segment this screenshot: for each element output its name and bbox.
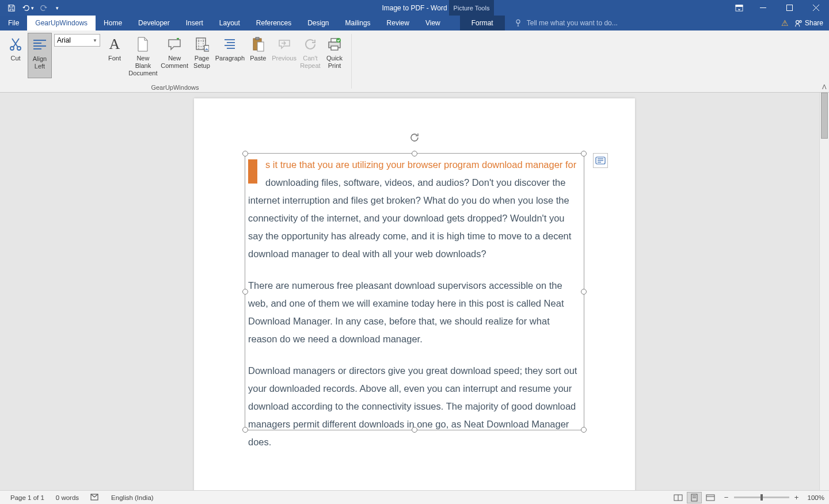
tab-references[interactable]: References [248,16,299,30]
ribbon-tabs: File GearUpWindows Home Developer Insert… [0,16,829,30]
font-name-value: Arial [57,36,71,44]
font-a-icon: A [109,34,120,55]
ribbon-separator [351,34,352,89]
clipboard-icon [251,34,265,55]
new-blank-document-button[interactable]: New BlankDocument [127,33,159,78]
repeat-button[interactable] [37,0,51,16]
page-setup-button[interactable]: PageSetup [189,33,214,78]
previous-comment-icon [277,34,291,55]
resize-handle-tm[interactable] [412,151,417,156]
paragraph-button[interactable]: Paragraph [214,33,246,78]
resize-handle-mr[interactable] [581,289,587,295]
svg-rect-26 [331,46,338,50]
chevron-down-icon: ▼ [93,38,97,43]
printer-icon [327,34,342,55]
zoom-level[interactable]: 100% [804,494,824,501]
tell-me-placeholder: Tell me what you want to do... [527,19,618,27]
tab-mailings[interactable]: Mailings [337,16,379,30]
resize-handle-br[interactable] [581,427,587,433]
tab-view[interactable]: View [417,16,448,30]
web-layout-button[interactable] [703,492,718,503]
tab-home[interactable]: Home [96,16,130,30]
tab-design[interactable]: Design [299,16,337,30]
vertical-scrollbar[interactable] [819,93,829,490]
svg-rect-22 [256,37,259,40]
cut-button[interactable]: Cut [3,33,28,78]
svg-rect-38 [706,495,714,501]
quick-print-button[interactable]: QuickPrint [322,33,347,78]
svg-rect-1 [736,5,743,6]
document-area: s it true that you are utilizing your br… [0,93,829,490]
svg-rect-23 [257,42,264,51]
tab-file[interactable]: File [0,16,27,30]
zoom-out-button[interactable]: − [722,494,731,502]
ribbon: Cut AlignLeft Arial ▼ A Font New BlankDo… [0,30,829,93]
svg-point-7 [796,21,799,24]
resize-handle-tl[interactable] [242,151,248,156]
new-comment-button[interactable]: NewComment [159,33,190,78]
resize-handle-bm[interactable] [412,427,417,433]
undo-button[interactable]: ▾ [21,0,35,16]
svg-rect-16 [204,45,209,51]
paste-button[interactable]: Paste [246,33,270,78]
collapse-ribbon-button[interactable]: ᐱ [822,83,827,91]
print-layout-button[interactable] [687,492,702,503]
svg-point-6 [516,20,520,23]
share-group: ⚠ Share [781,16,829,30]
view-buttons [671,492,718,503]
tell-me-box[interactable]: Tell me what you want to do... [505,16,781,30]
selected-picture-frame[interactable] [245,153,584,430]
word-count[interactable]: 0 words [50,494,85,501]
font-name-combo[interactable]: Arial ▼ [54,34,100,47]
alert-icon[interactable]: ⚠ [781,18,789,28]
tab-gearupwindows[interactable]: GearUpWindows [27,16,96,30]
share-button[interactable]: Share [794,19,823,27]
resize-handle-ml[interactable] [242,289,248,295]
previous-button[interactable]: Previous [270,33,298,78]
tab-developer[interactable]: Developer [130,16,178,30]
title-bar: ▾ ▾ Image to PDF - Word Picture Tools [0,0,829,16]
cant-repeat-button[interactable]: Can'tRepeat [298,33,322,78]
zoom-in-button[interactable]: + [793,494,801,502]
page-indicator[interactable]: Page 1 of 1 [5,494,50,501]
resize-handle-tr[interactable] [581,151,587,156]
status-bar: Page 1 of 1 0 words English (India) − + … [0,490,829,504]
tab-insert[interactable]: Insert [178,16,211,30]
zoom-slider-knob[interactable] [760,494,763,501]
close-button[interactable] [803,0,829,16]
tab-format[interactable]: Format [460,16,505,30]
scissors-icon [9,34,22,55]
rotate-handle[interactable] [409,132,420,143]
tab-layout[interactable]: Layout [211,16,248,30]
align-left-icon [32,35,47,55]
minimize-button[interactable] [750,0,776,16]
proofing-button[interactable] [85,493,105,502]
qat-customize-button[interactable]: ▾ [53,0,61,16]
language-indicator[interactable]: English (India) [105,494,159,501]
maximize-button[interactable] [776,0,803,16]
picture-tools-tab-label: Picture Tools [449,0,494,16]
font-button[interactable]: A Font [102,33,127,78]
quick-access-toolbar: ▾ ▾ [0,0,61,16]
zoom-slider[interactable] [734,497,789,498]
zoom-control: − + 100% [722,494,824,502]
document-scroll[interactable]: s it true that you are utilizing your br… [0,93,829,490]
document-title: Image to PDF - Word [382,4,447,12]
page[interactable]: s it true that you are utilizing your br… [194,98,635,490]
layout-options-button[interactable] [593,153,608,168]
svg-rect-3 [786,5,792,11]
svg-point-8 [800,21,802,23]
window-controls [750,0,829,16]
paragraph-icon [223,34,236,55]
resize-handle-bl[interactable] [242,427,248,433]
ribbon-group-label: GearUpWindows [0,84,350,91]
save-button[interactable] [5,0,18,16]
page-setup-icon [194,34,209,55]
document-icon [136,34,149,55]
scrollbar-thumb[interactable] [821,93,828,139]
repeat-icon [303,34,317,55]
read-mode-button[interactable] [671,492,686,503]
align-left-button[interactable]: AlignLeft [28,33,52,78]
tab-review[interactable]: Review [379,16,417,30]
ribbon-display-options-button[interactable] [730,0,748,16]
